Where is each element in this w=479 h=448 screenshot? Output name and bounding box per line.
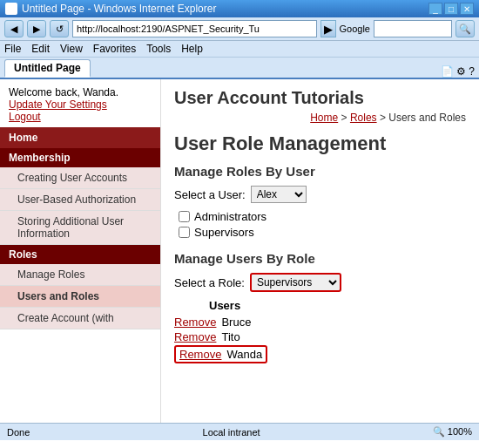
- status-text: Done: [7, 427, 30, 438]
- users-table: Users Remove Bruce Remove Tito Remove Wa…: [174, 299, 466, 363]
- browser-icon: [5, 3, 17, 15]
- logout-link[interactable]: Logout: [9, 111, 41, 123]
- menu-edit[interactable]: Edit: [31, 43, 50, 55]
- remove-bruce-link[interactable]: Remove: [174, 316, 216, 329]
- menu-view[interactable]: View: [60, 43, 83, 55]
- back-button[interactable]: ◀: [4, 20, 24, 37]
- select-role-label: Select a Role:: [174, 276, 245, 289]
- sidebar-welcome: Welcome back, Wanda. Update Your Setting…: [0, 79, 160, 127]
- sidebar-item-home[interactable]: Home: [0, 127, 160, 148]
- breadcrumb-sep1: >: [341, 112, 350, 124]
- user-row-bruce: Remove Bruce: [174, 316, 466, 329]
- menu-help[interactable]: Help: [181, 43, 203, 55]
- breadcrumb-sep2: >: [380, 112, 388, 124]
- search-label: Google: [340, 24, 370, 34]
- user-name-bruce: Bruce: [221, 316, 251, 329]
- window-controls[interactable]: _ □ ✕: [428, 3, 474, 15]
- active-tab[interactable]: Untitled Page: [4, 59, 91, 78]
- update-settings-link[interactable]: Update Your Settings: [9, 98, 107, 111]
- sidebar-item-create-account[interactable]: Create Account (with: [0, 308, 160, 329]
- refresh-button[interactable]: ↺: [50, 20, 69, 37]
- section1-title: Manage Roles By User: [174, 164, 466, 179]
- section2-title: Manage Users By Role: [174, 251, 466, 266]
- site-title: User Account Tutorials: [174, 88, 466, 108]
- user-row-tito: Remove Tito: [174, 330, 466, 343]
- forward-button[interactable]: ▶: [27, 20, 46, 37]
- sidebar-item-storing-info[interactable]: Storing Additional User Information: [0, 211, 160, 245]
- role-select[interactable]: Administrators Supervisors: [250, 273, 341, 292]
- title-bar: Untitled Page - Windows Internet Explore…: [0, 0, 479, 17]
- menu-file[interactable]: File: [4, 43, 21, 55]
- menu-tools[interactable]: Tools: [146, 43, 171, 55]
- user-name-wanda: Wanda: [226, 348, 262, 361]
- checkbox-supervisors[interactable]: [179, 227, 190, 238]
- zone-text: Local intranet: [203, 427, 260, 438]
- remove-tito-link[interactable]: Remove: [174, 330, 216, 343]
- breadcrumb-home[interactable]: Home: [310, 112, 338, 124]
- status-bar: Done Local intranet 🔍 100%: [0, 423, 479, 440]
- tools-icon[interactable]: ⚙: [456, 65, 466, 78]
- page-title: User Role Management: [174, 132, 466, 155]
- checkbox-administrators[interactable]: [179, 211, 190, 222]
- select-role-row: Select a Role: Administrators Supervisor…: [174, 273, 466, 292]
- checkbox-admins-label: Administrators: [194, 210, 266, 223]
- remove-wanda-link[interactable]: Remove: [179, 348, 221, 361]
- checkbox-admins-row: Administrators: [179, 210, 466, 223]
- select-user-label: Select a User:: [174, 188, 246, 201]
- sidebar-item-creating-accounts[interactable]: Creating User Accounts: [0, 167, 160, 189]
- user-name-tito: Tito: [221, 330, 239, 343]
- menu-favorites[interactable]: Favorites: [93, 43, 136, 55]
- welcome-text: Welcome back, Wanda.: [9, 86, 152, 98]
- checkbox-supervisors-row: Supervisors: [179, 226, 466, 239]
- select-user-row: Select a User: Alex Bruce Tito Wanda: [174, 186, 466, 203]
- user-select[interactable]: Alex Bruce Tito Wanda: [251, 186, 307, 203]
- go-button[interactable]: ▶: [320, 20, 336, 37]
- breadcrumb-roles[interactable]: Roles: [350, 112, 377, 124]
- sidebar-item-users-and-roles[interactable]: Users and Roles: [0, 286, 160, 308]
- sidebar-item-user-auth[interactable]: User-Based Authorization: [0, 189, 160, 211]
- maximize-button[interactable]: □: [444, 3, 458, 15]
- search-button[interactable]: 🔍: [455, 20, 475, 37]
- active-tab-label: Untitled Page: [14, 62, 81, 74]
- window-title: Untitled Page - Windows Internet Explore…: [22, 3, 216, 15]
- menu-bar: File Edit View Favorites Tools Help: [0, 41, 479, 58]
- minimize-button[interactable]: _: [428, 3, 442, 15]
- sidebar-item-manage-roles[interactable]: Manage Roles: [0, 264, 160, 286]
- sidebar: Welcome back, Wanda. Update Your Setting…: [0, 79, 161, 423]
- sidebar-section-membership: Membership: [0, 148, 160, 167]
- help-icon[interactable]: ?: [469, 65, 475, 78]
- content-area: User Account Tutorials Home > Roles > Us…: [161, 79, 479, 423]
- checkbox-supervisors-label: Supervisors: [194, 226, 254, 239]
- close-button[interactable]: ✕: [460, 3, 474, 15]
- address-bar: ◀ ▶ ↺ ▶ Google 🔍: [0, 17, 479, 41]
- search-input[interactable]: [374, 20, 452, 37]
- zoom-text: 🔍 100%: [433, 426, 472, 438]
- main-wrapper: Welcome back, Wanda. Update Your Setting…: [0, 79, 479, 423]
- breadcrumb: Home > Roles > Users and Roles: [174, 112, 466, 124]
- user-row-wanda: Remove Wanda: [174, 345, 267, 363]
- sidebar-section-roles: Roles: [0, 245, 160, 264]
- address-input[interactable]: [72, 20, 317, 37]
- users-header: Users: [209, 299, 466, 312]
- tab-bar: Untitled Page 📄 ⚙ ?: [0, 58, 479, 79]
- tab-page-icon[interactable]: 📄: [441, 65, 454, 78]
- breadcrumb-current: Users and Roles: [388, 112, 466, 124]
